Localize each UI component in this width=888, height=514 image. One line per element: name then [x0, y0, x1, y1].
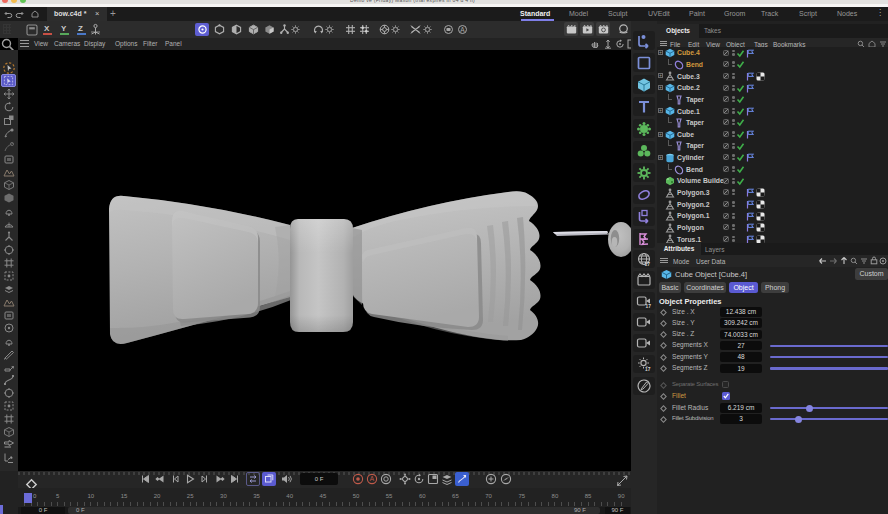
- svg-text:17: 17: [646, 304, 652, 309]
- svg-text:A: A: [460, 26, 465, 33]
- svg-text:A: A: [370, 475, 375, 482]
- svg-text:17: 17: [645, 367, 651, 372]
- svg-text:17: 17: [645, 262, 651, 267]
